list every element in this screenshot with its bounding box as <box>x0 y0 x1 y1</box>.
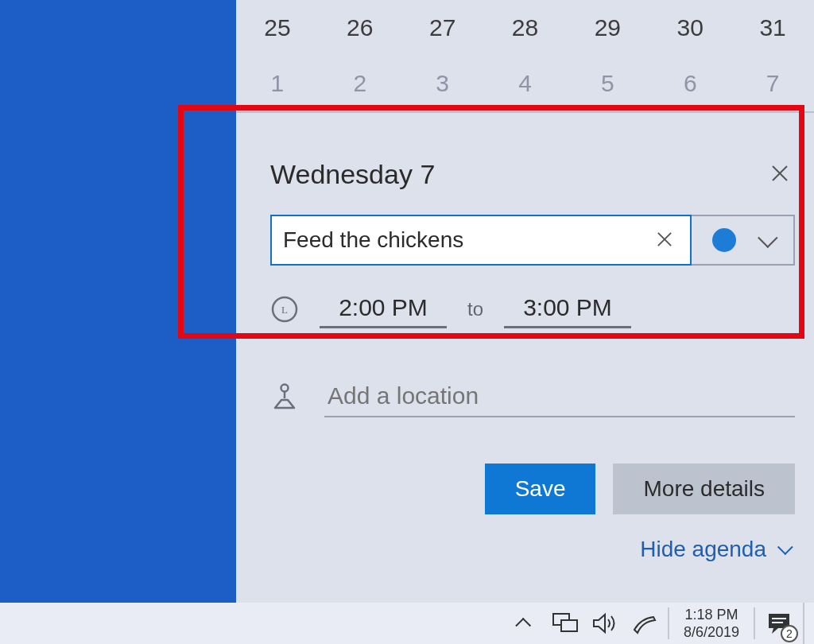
end-time-input[interactable]: 3:00 PM <box>504 289 631 328</box>
calendar-row-prev-month: 25 26 27 28 29 30 31 <box>236 0 814 56</box>
calendar-day[interactable]: 3 <box>401 70 484 97</box>
calendar-day[interactable]: 27 <box>401 14 484 41</box>
monitor-icon <box>552 613 578 634</box>
close-icon <box>657 231 673 247</box>
location-input[interactable] <box>324 376 795 417</box>
svg-point-2 <box>281 385 289 392</box>
save-button[interactable]: Save <box>485 464 596 514</box>
show-desktop-button[interactable] <box>803 603 811 644</box>
svg-rect-5 <box>772 618 786 619</box>
svg-text:L: L <box>281 304 288 316</box>
taskbar-date: 8/6/2019 <box>684 623 739 642</box>
svg-rect-4 <box>561 620 577 631</box>
more-details-button[interactable]: More details <box>613 464 795 514</box>
calendar-day[interactable]: 25 <box>236 14 319 41</box>
calendar-day[interactable]: 29 <box>566 14 649 41</box>
quick-event-card: Wednesday 7 L 2:00 PM to 3:00 PM <box>270 156 795 562</box>
hide-agenda-toggle[interactable]: Hide agenda <box>640 537 789 562</box>
close-button[interactable] <box>765 156 795 192</box>
time-to-label: to <box>467 298 483 320</box>
calendar-day[interactable]: 7 <box>731 70 814 97</box>
taskbar-clock[interactable]: 1:18 PM 8/6/2019 <box>676 606 747 642</box>
taskbar-time: 1:18 PM <box>684 606 738 624</box>
calendar-grid-divider <box>236 111 814 113</box>
clock-icon: L <box>270 295 299 324</box>
pen-tray-icon[interactable] <box>628 607 661 640</box>
calendar-day[interactable]: 2 <box>319 70 401 97</box>
chevron-down-icon <box>758 227 777 247</box>
calendar-day[interactable]: 1 <box>236 70 319 97</box>
calendar-category-picker[interactable] <box>692 215 795 266</box>
category-color-swatch <box>712 228 736 252</box>
speaker-icon <box>592 612 618 634</box>
clear-title-button[interactable] <box>650 227 679 253</box>
calendar-day[interactable]: 4 <box>484 70 567 97</box>
chevron-up-icon <box>515 618 531 634</box>
event-title-field-wrap[interactable] <box>270 215 692 266</box>
event-title-input[interactable] <box>283 227 650 253</box>
calendar-day[interactable]: 5 <box>566 70 649 97</box>
svg-rect-6 <box>772 622 783 623</box>
chevron-down-icon <box>777 539 793 555</box>
taskbar-divider <box>668 607 669 639</box>
pen-icon <box>631 612 658 634</box>
calendar-day[interactable]: 28 <box>484 14 567 41</box>
calendar-row-next-month: 1 2 3 4 5 6 7 <box>236 56 814 111</box>
calendar-day[interactable]: 31 <box>731 14 814 41</box>
calendar-day[interactable]: 26 <box>319 14 401 41</box>
tray-overflow-button[interactable] <box>509 607 542 640</box>
start-time-input[interactable]: 2:00 PM <box>320 289 447 328</box>
calendar-day[interactable]: 6 <box>649 70 731 97</box>
network-tray-icon[interactable] <box>548 607 582 640</box>
notification-badge: 2 <box>781 625 798 642</box>
calendar-day[interactable]: 30 <box>649 14 731 41</box>
hide-agenda-label: Hide agenda <box>640 537 766 562</box>
location-icon <box>270 382 299 411</box>
desktop-background-strip <box>0 0 236 603</box>
calendar-date-grid: 25 26 27 28 29 30 31 1 2 3 4 5 6 7 <box>236 0 814 113</box>
action-center-button[interactable]: 2 <box>762 606 797 641</box>
event-day-title: Wednesday 7 <box>270 159 435 190</box>
volume-tray-icon[interactable] <box>588 607 622 640</box>
windows-taskbar: 1:18 PM 8/6/2019 2 <box>0 603 814 644</box>
taskbar-divider <box>754 607 755 639</box>
close-icon <box>771 165 789 182</box>
